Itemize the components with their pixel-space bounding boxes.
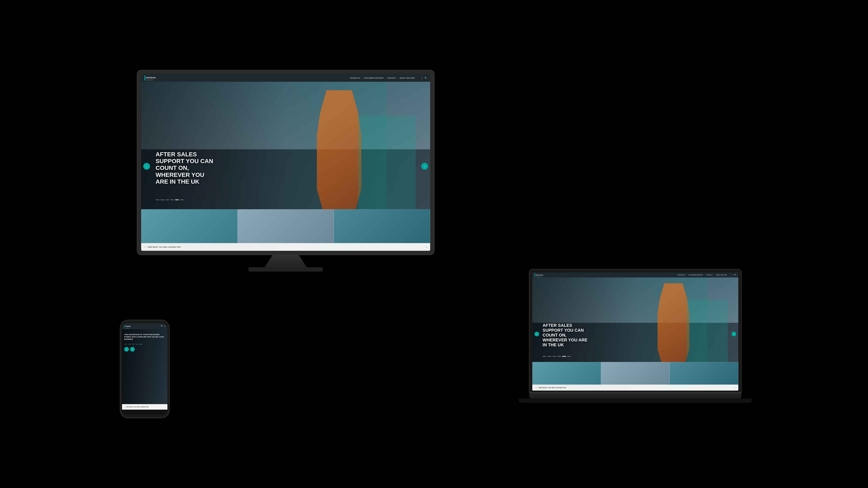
- scene: molson Equipment PRODUCTS CUSTOMER SUPPO…: [95, 53, 773, 435]
- laptop-logo-text-area: molson Equipment: [536, 272, 543, 278]
- phone-frame: molson Equipment 🔍 ≡ TAKE ADVANTAGE OF Y…: [120, 320, 169, 418]
- dot-3: [165, 199, 169, 200]
- laptop-brand-name: molson: [536, 274, 543, 276]
- monitor-navbar: molson Equipment PRODUCTS CUSTOMER SUPPO…: [141, 74, 430, 82]
- laptop-nav-links: PRODUCTS CUSTOMER SUPPORT CONTACT ABOUT …: [678, 274, 727, 275]
- thumb-1[interactable]: [141, 209, 238, 243]
- phone-find-bar[interactable]: › FIND WHAT YOU ARE LOOKING FOR: [122, 404, 167, 410]
- phone-find-chevron-icon: ›: [124, 406, 125, 408]
- laptop-thumb-2[interactable]: [601, 362, 670, 385]
- laptop-navbar: molson Equipment PRODUCTS CUSTOMER SUPPO…: [532, 272, 738, 278]
- monitor-slider-dots: [156, 199, 184, 200]
- monitor-nav-links: PRODUCTS CUSTOMER SUPPORT CONTACT ABOUT …: [350, 77, 415, 79]
- dot-1: [156, 199, 159, 200]
- laptop-base: [529, 392, 741, 399]
- laptop-star-icon[interactable]: ☆: [732, 274, 733, 276]
- laptop-bottom: [519, 399, 752, 403]
- laptop-find-arrow-right[interactable]: ›: [734, 386, 735, 389]
- laptop-dot-6: [567, 356, 571, 357]
- phone-dot-1: [124, 344, 127, 345]
- laptop-nav-customer-support[interactable]: CUSTOMER SUPPORT: [688, 274, 703, 275]
- phone-brand-sub: Equipment: [125, 328, 131, 329]
- brand-sub: Equipment: [146, 79, 156, 80]
- phone-slider-dots: [122, 342, 167, 346]
- laptop-hero-content: AFTER SALES SUPPORT YOU CAN COUNT ON, WH…: [543, 323, 589, 347]
- phone-menu-icon[interactable]: ≡: [164, 325, 165, 327]
- logo-text-area: molson Equipment: [146, 75, 156, 80]
- monitor-stand: [265, 255, 307, 267]
- nav-customer-support[interactable]: CUSTOMER SUPPORT: [364, 77, 384, 79]
- laptop-prev-arrow[interactable]: ‹: [534, 332, 539, 336]
- phone-logo-text-area: molson Equipment: [125, 324, 131, 329]
- monitor-base: [249, 267, 323, 271]
- laptop-find-bar[interactable]: ‹ FIND WHAT YOU ARE LOOKING FOR ›: [532, 385, 738, 391]
- phone-nav-icons: 🔍 ≡: [161, 325, 165, 327]
- monitor-prev-arrow[interactable]: ‹: [143, 163, 150, 170]
- laptop-find-text: FIND WHAT YOU ARE LOOKING FOR: [539, 387, 566, 388]
- laptop-nav-contact[interactable]: CONTACT: [706, 274, 713, 275]
- phone-dot-5: [140, 344, 143, 345]
- phone-prev-arrow[interactable]: ‹: [124, 347, 129, 352]
- monitor-hero-content: AFTER SALES SUPPORT YOU CAN COUNT ON, WH…: [156, 151, 215, 185]
- laptop-dot-2: [548, 356, 551, 357]
- dot-5-active: [175, 199, 179, 200]
- phone-search-icon[interactable]: 🔍: [161, 325, 163, 327]
- find-arrow-right-icon[interactable]: ›: [426, 245, 427, 249]
- laptop-hero: AFTER SALES SUPPORT YOU CAN COUNT ON, WH…: [532, 278, 738, 391]
- phone-dot-2: [128, 344, 131, 345]
- laptop-dot-3: [553, 356, 556, 357]
- laptop-nav-about[interactable]: ABOUT MOLSON: [716, 274, 727, 275]
- search-icon[interactable]: 🔍: [425, 77, 427, 79]
- phone-next-arrow[interactable]: ›: [130, 347, 135, 352]
- phone-hero-title: TAKE ADVANTAGE OF YOUR PURCHASING POWER,…: [122, 329, 167, 342]
- monitor-next-arrow[interactable]: ›: [421, 163, 428, 170]
- phone-logo: molson Equipment: [124, 324, 131, 329]
- thumb-2[interactable]: [238, 209, 334, 243]
- monitor-thumb-row: [141, 209, 430, 243]
- dot-2: [160, 199, 164, 200]
- laptop-thumb-row: [532, 362, 738, 385]
- desktop-monitor: molson Equipment PRODUCTS CUSTOMER SUPPO…: [137, 70, 434, 271]
- laptop-logo: molson Equipment: [534, 272, 543, 278]
- laptop-hero-title: AFTER SALES SUPPORT YOU CAN COUNT ON, WH…: [543, 323, 589, 347]
- laptop-brand-sub: Equipment: [536, 276, 543, 278]
- laptop-thumb-1[interactable]: [532, 362, 601, 385]
- star-icon[interactable]: ☆: [421, 77, 423, 79]
- phone-screen: molson Equipment 🔍 ≡ TAKE ADVANTAGE OF Y…: [122, 323, 167, 415]
- monitor-screen: molson Equipment PRODUCTS CUSTOMER SUPPO…: [141, 74, 430, 251]
- phone-brand-name: molson: [125, 326, 131, 327]
- machine-highlight: [358, 116, 416, 217]
- phone-dot-3: [132, 344, 135, 345]
- laptop-dot-4: [557, 356, 561, 357]
- monitor-find-bar[interactable]: ‹ FIND WHAT YOU ARE LOOKING FOR ›: [141, 243, 430, 251]
- dot-6: [180, 199, 184, 200]
- phone-arrows: ‹ ›: [122, 346, 167, 352]
- find-bar-text: FIND WHAT YOU ARE LOOKING FOR: [148, 246, 181, 248]
- laptop-dot-5-active: [562, 356, 566, 357]
- phone-hero: TAKE ADVANTAGE OF YOUR PURCHASING POWER,…: [122, 329, 167, 404]
- thumb-3[interactable]: [334, 209, 430, 243]
- laptop-screen: molson Equipment PRODUCTS CUSTOMER SUPPO…: [532, 272, 738, 391]
- nav-products[interactable]: PRODUCTS: [350, 77, 361, 79]
- laptop-next-arrow[interactable]: ›: [732, 332, 736, 336]
- nav-contact[interactable]: CONTACT: [387, 77, 396, 79]
- laptop-dot-1: [543, 356, 547, 357]
- phone-navbar: molson Equipment 🔍 ≡: [122, 323, 167, 329]
- laptop-machine-highlight: [687, 300, 728, 368]
- find-arrow-left-icon[interactable]: ‹: [145, 245, 146, 249]
- laptop-nav-products[interactable]: PRODUCTS: [678, 274, 685, 275]
- phone-hero-content: TAKE ADVANTAGE OF YOUR PURCHASING POWER,…: [122, 329, 167, 352]
- laptop-search-icon[interactable]: 🔍: [734, 274, 736, 276]
- monitor-hero-title: AFTER SALES SUPPORT YOU CAN COUNT ON, WH…: [156, 151, 215, 185]
- monitor-frame: molson Equipment PRODUCTS CUSTOMER SUPPO…: [137, 70, 434, 255]
- monitor-logo: molson Equipment: [145, 75, 156, 80]
- nav-about[interactable]: ABOUT MOLSON: [399, 77, 415, 79]
- phone-find-text: FIND WHAT YOU ARE LOOKING FOR: [126, 406, 149, 408]
- brand-name: molson: [146, 76, 156, 79]
- laptop-find-arrow-left[interactable]: ‹: [536, 386, 536, 389]
- laptop-thumb-3[interactable]: [670, 362, 738, 385]
- laptop-logo-bar: [534, 273, 535, 276]
- laptop: molson Equipment PRODUCTS CUSTOMER SUPPO…: [529, 269, 741, 414]
- dot-4: [170, 199, 174, 200]
- phone-dot-4: [135, 344, 138, 345]
